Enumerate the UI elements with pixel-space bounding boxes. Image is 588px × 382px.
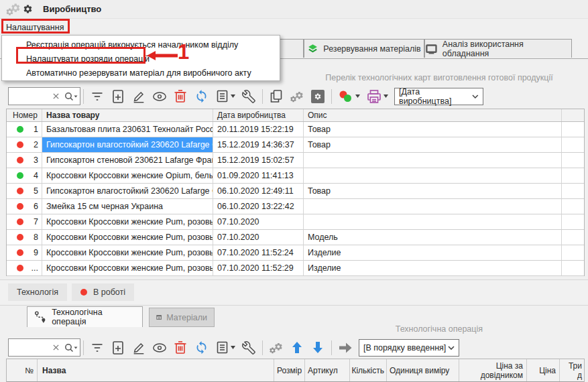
cell-desc[interactable] xyxy=(304,168,562,184)
cell-date[interactable]: 15.12.2019 15:02:57 xyxy=(213,153,304,168)
refresh-icon[interactable] xyxy=(194,89,209,104)
report-icon-group[interactable] xyxy=(215,340,235,355)
filter-icon[interactable] xyxy=(90,89,105,104)
cell-desc[interactable]: Товар xyxy=(304,137,562,153)
report-icon[interactable] xyxy=(215,340,229,355)
table-row-selected[interactable]: 2 Гипсокартон влагостойкий 230620 Lafarg… xyxy=(7,137,584,153)
cell-date[interactable]: 20.11.2019 15:22:19 xyxy=(213,122,304,137)
print-icon[interactable] xyxy=(366,89,382,104)
cell-desc[interactable]: Товар xyxy=(304,184,562,199)
cell-date[interactable]: 15.12.2019 14:36:37 xyxy=(213,137,304,153)
table-row[interactable]: 5 Гипсокартон влагостойкий 230620 Lafarg… xyxy=(7,184,584,199)
technology-chip[interactable]: Технологія xyxy=(8,283,67,301)
cell-desc[interactable] xyxy=(304,214,562,230)
move-up-icon[interactable] xyxy=(290,340,304,355)
tools-icon[interactable] xyxy=(241,340,256,355)
cell-date[interactable]: 07.10.2020 11:52:29 xyxy=(213,261,304,276)
table-row[interactable]: 4 Кроссовки Кроссовки женские Opium, бел… xyxy=(7,168,584,184)
cell-date[interactable]: 06.10.2020 12:49:11 xyxy=(213,184,304,199)
table-row[interactable]: 8 Кроссовки Кроссовки женские Pum, розов… xyxy=(7,230,584,245)
col-header-unit[interactable]: Одиниця виміру xyxy=(387,359,459,381)
col-header-price[interactable]: Ціна xyxy=(527,359,560,381)
col-header-num[interactable]: № xyxy=(7,359,38,381)
cell-name[interactable]: Гипсокартон влагостойкий 230620 Lafarge … xyxy=(42,184,213,199)
cell-date[interactable]: 01.09.2020 11:41:13 xyxy=(213,168,304,184)
cell-desc[interactable] xyxy=(304,199,562,214)
cell-date[interactable]: 07.10.2020 11:52:24 xyxy=(213,245,304,261)
cell-date[interactable]: 07.10.2020 xyxy=(213,230,304,245)
cell-desc[interactable]: Модель xyxy=(304,230,562,245)
col-header-desc[interactable]: Опис xyxy=(304,109,562,121)
col-header-name[interactable]: Назва товару xyxy=(42,109,213,121)
cell-date[interactable]: 06.10.2020 13:22:42 xyxy=(213,199,304,214)
tab-tech-operation[interactable]: Технологічна операція xyxy=(27,306,143,327)
view-icon[interactable] xyxy=(152,340,167,355)
search-icon[interactable] xyxy=(64,343,78,353)
move-down-icon[interactable] xyxy=(310,340,325,355)
col-header-date[interactable]: Дата виробництва xyxy=(213,109,304,121)
copy-icon[interactable] xyxy=(269,89,284,104)
cell-name[interactable]: Кроссовки Кроссовки женские Pum, розовый… xyxy=(42,230,213,245)
cell-desc[interactable] xyxy=(304,153,562,168)
chevron-down-icon[interactable] xyxy=(355,94,360,98)
clear-search-icon[interactable] xyxy=(52,344,60,351)
search-input[interactable] xyxy=(9,340,52,355)
menu-item-auto-reserve[interactable]: Автоматично резервувати матеріал для вир… xyxy=(2,66,280,80)
cell-desc[interactable]: Изделие xyxy=(304,261,562,276)
cell-name[interactable]: Гипсокартон влагостойкий 230620 Lafarge … xyxy=(42,137,213,153)
col-header-name[interactable]: Назва xyxy=(38,359,274,381)
search-input[interactable] xyxy=(9,89,52,104)
view-icon[interactable] xyxy=(152,89,167,104)
services-icon[interactable] xyxy=(269,340,284,355)
status-filter-group[interactable] xyxy=(338,90,360,103)
print-group[interactable] xyxy=(366,89,388,104)
delete-icon[interactable] xyxy=(173,89,188,104)
delete-icon[interactable] xyxy=(173,340,188,355)
col-header-qty[interactable]: Кількість xyxy=(350,359,387,381)
col-header-size[interactable]: Розмір xyxy=(274,359,305,381)
chevron-down-icon[interactable] xyxy=(231,94,235,98)
col-header-ref-price[interactable]: Ціна за довідником xyxy=(459,359,527,381)
col-header-duration[interactable]: Три д xyxy=(560,359,584,381)
search-icon[interactable] xyxy=(64,92,78,101)
table-row[interactable]: 3 Гипсокартон стеновой 230621 Lafarge Фр… xyxy=(7,153,584,168)
col-header-num[interactable]: Номер xyxy=(7,109,42,121)
tab-material-reservation[interactable]: Резервування матеріалів xyxy=(304,39,424,58)
col-header-article[interactable]: Артикул xyxy=(305,359,350,381)
cell-name[interactable]: Кроссовки Кроссовки женские Pum, розовый… xyxy=(42,245,213,261)
table-row[interactable]: 6 Змейка 15 см черная Украина 06.10.2020… xyxy=(7,199,584,214)
refresh-icon[interactable] xyxy=(194,340,209,355)
table-row[interactable]: 1 Базальтовая плита 230631 Технолайт Рос… xyxy=(7,122,584,137)
tools-icon[interactable] xyxy=(241,89,256,104)
add-record-icon[interactable] xyxy=(111,340,125,355)
chevron-down-icon[interactable] xyxy=(384,94,388,98)
cell-name[interactable]: Змейка 15 см черная Украина xyxy=(42,199,213,214)
in-progress-chip[interactable]: В роботі xyxy=(72,283,134,301)
grid-settings-icon[interactable] xyxy=(310,89,325,104)
cell-name[interactable]: Кроссовки Кроссовки женские Opium, белые… xyxy=(42,168,213,184)
order-combobox[interactable]: [В порядку введення] xyxy=(359,339,459,357)
cell-name[interactable]: Кроссовки Кроссовки женские Pum, розовый… xyxy=(42,261,213,276)
cell-name[interactable]: Кроссовки Кроссовки женские Pum, розовый… xyxy=(42,214,213,230)
clear-search-icon[interactable] xyxy=(52,92,60,100)
tab-materials[interactable]: Матеріали xyxy=(149,308,215,327)
tab-equipment-analysis[interactable]: Аналіз використання обладнання xyxy=(424,39,572,58)
status-filter-icon[interactable] xyxy=(338,90,354,103)
table-row[interactable]: 7 Кроссовки Кроссовки женские Pum, розов… xyxy=(7,214,584,230)
add-record-icon[interactable] xyxy=(111,89,125,104)
edit-icon[interactable] xyxy=(131,89,146,104)
cell-name[interactable]: Базальтовая плита 230631 Технолайт Росси… xyxy=(42,122,213,137)
cell-date[interactable]: 07.10.2020 xyxy=(213,214,304,230)
cell-desc[interactable]: Товар xyxy=(304,122,562,137)
report-icon[interactable] xyxy=(215,89,229,104)
go-icon[interactable] xyxy=(338,340,353,355)
table-row[interactable]: ... Кроссовки Кроссовки женские Pum, роз… xyxy=(7,261,584,276)
cell-name[interactable]: Гипсокартон стеновой 230621 Lafarge Фран… xyxy=(42,153,213,168)
services-icon[interactable] xyxy=(290,89,304,104)
group-by-combobox[interactable]: [Дата виробництва] xyxy=(394,88,483,105)
chevron-down-icon[interactable] xyxy=(231,346,235,349)
report-icon-group[interactable] xyxy=(215,89,235,104)
filter-icon[interactable] xyxy=(90,340,105,355)
table-row[interactable]: 9 Кроссовки Кроссовки женские Pum, розов… xyxy=(7,245,584,261)
edit-icon[interactable] xyxy=(131,340,146,355)
